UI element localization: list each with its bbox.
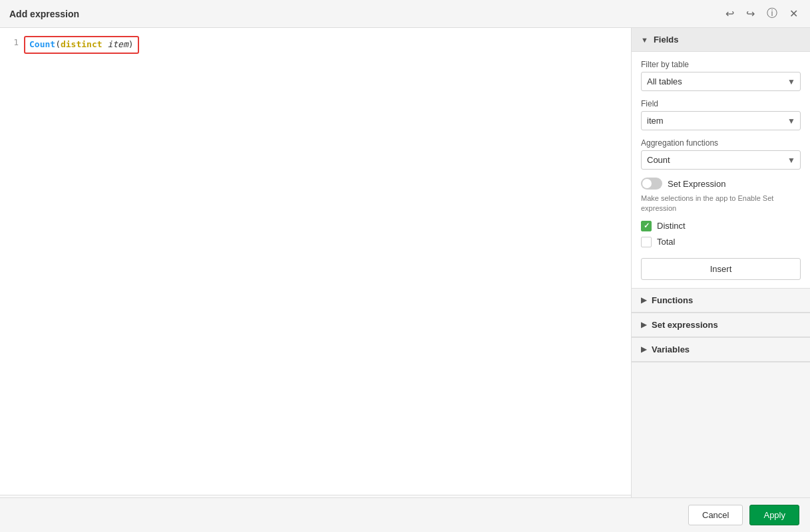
undo-button[interactable]: ↩ [723,6,737,21]
dialog-title: Add expression [9,9,79,19]
filter-by-table-label: Filter by table [641,60,801,69]
variables-section-header[interactable]: ▶ Variables [632,338,810,362]
line-numbers: 1 [0,35,24,488]
fields-content: Filter by table All tables ▼ Field item … [632,52,810,289]
filter-by-table-select[interactable]: All tables [641,72,801,91]
fields-section-header[interactable]: ▼ Fields [632,28,810,52]
apply-button[interactable]: Apply [749,505,799,525]
variables-section-label: Variables [652,344,690,354]
filter-by-table-group: Filter by table All tables ▼ [641,60,801,91]
aggregation-label: Aggregation functions [641,138,801,148]
help-button[interactable]: ⓘ [764,5,780,22]
title-bar: Add expression ↩ ↪ ⓘ ✕ [0,0,810,28]
set-expression-toggle[interactable] [641,178,662,190]
title-bar-actions: ↩ ↪ ⓘ ✕ [723,5,801,22]
variables-chevron-icon: ▶ [641,345,646,354]
set-expressions-chevron-icon: ▶ [641,321,646,329]
aggregation-select-wrapper: Count Sum Avg Min Max ▼ [641,150,801,170]
set-expressions-section: ▶ Set expressions [632,313,810,338]
close-button[interactable]: ✕ [787,6,801,21]
field-label: Field [641,99,801,108]
total-checkbox[interactable] [641,237,652,247]
set-expression-label: Set Expression [668,179,725,189]
close-paren: ) [128,39,134,49]
main-layout: 1 Count(distinct item) ℹ OK Count(distin… [0,28,810,532]
total-label: Total [657,237,675,247]
set-expression-hint: Make selections in the app to Enable Set… [641,194,801,214]
field-select[interactable]: item [641,111,801,130]
code-expression: Count(distinct item) [24,36,139,54]
field-group: Field item ▼ [641,99,801,130]
right-panel: ▼ Fields Filter by table All tables ▼ Fi… [632,28,810,532]
fields-chevron-icon: ▼ [641,36,648,44]
distinct-checkbox-row: Distinct [641,221,801,231]
fields-section-label: Fields [654,35,679,45]
functions-section: ▶ Functions [632,289,810,313]
cancel-button[interactable]: Cancel [688,505,743,525]
set-expressions-section-header[interactable]: ▶ Set expressions [632,313,810,337]
toggle-knob [642,179,652,188]
set-expressions-section-label: Set expressions [652,320,718,330]
code-editor[interactable]: 1 Count(distinct item) [0,28,631,495]
aggregation-select[interactable]: Count Sum Avg Min Max [641,150,801,170]
variables-section: ▶ Variables [632,338,810,362]
functions-section-label: Functions [652,295,693,305]
line-number-1: 1 [5,36,19,50]
field-select-wrapper: item ▼ [641,111,801,130]
open-paren: ( [55,39,61,49]
filter-by-table-select-wrapper: All tables ▼ [641,72,801,91]
keyword-distinct: distinct [61,39,102,49]
set-expression-row: Set Expression [641,178,801,190]
footer-buttons: Cancel Apply [0,497,810,532]
aggregation-group: Aggregation functions Count Sum Avg Min … [641,138,801,170]
function-name: Count [29,39,55,49]
functions-chevron-icon: ▶ [641,296,646,305]
insert-button[interactable]: Insert [641,258,801,280]
editor-area: 1 Count(distinct item) ℹ OK Count(distin… [0,28,632,532]
code-content: Count(distinct item) [24,35,631,488]
distinct-checkbox[interactable] [641,221,652,231]
distinct-label: Distinct [657,221,686,231]
functions-section-header[interactable]: ▶ Functions [632,289,810,313]
param-item: item [102,39,128,49]
redo-button[interactable]: ↪ [743,6,757,21]
total-checkbox-row: Total [641,237,801,247]
